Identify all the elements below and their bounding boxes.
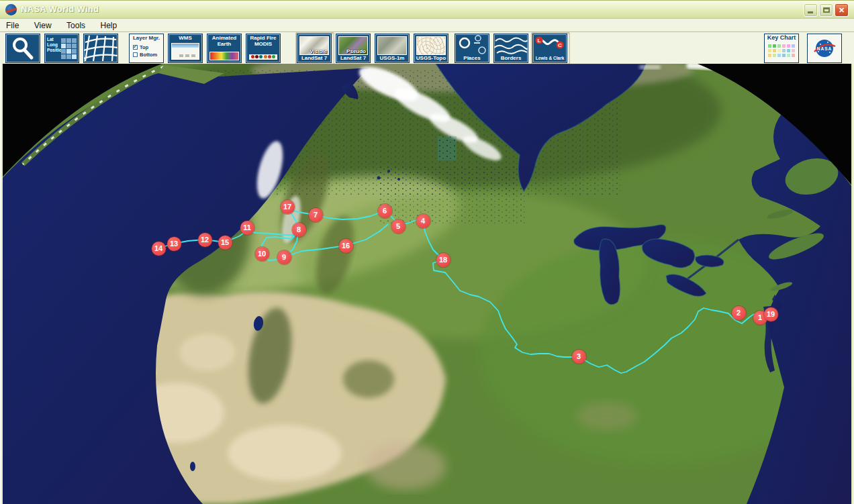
layer-top-label: Top xyxy=(140,44,148,50)
modis-dot-icon xyxy=(251,55,254,58)
trail-marker-15[interactable]: 15 xyxy=(218,236,232,250)
trail-marker-18[interactable]: 18 xyxy=(436,253,450,267)
title-bar[interactable]: NASA World Wind ✕ xyxy=(0,0,854,19)
trail-marker-2[interactable]: 2 xyxy=(732,306,746,320)
visible-landsat7-caption: LandSat 7 xyxy=(297,55,331,62)
trail-marker-17[interactable]: 17 xyxy=(281,200,295,214)
layer-top-checkbox[interactable] xyxy=(133,45,138,50)
lewis-clark-button[interactable]: L C Lewis & Clark xyxy=(532,34,567,63)
trail-marker-10[interactable]: 10 xyxy=(255,247,269,261)
trail-marker-16[interactable]: 16 xyxy=(339,239,353,253)
key-chart-swatch xyxy=(777,54,781,57)
menu-help[interactable]: Help xyxy=(95,19,124,30)
menu-bar: File View Tools Help xyxy=(0,19,854,32)
key-chart-swatch xyxy=(777,49,781,52)
usgs-topo-button[interactable]: USGS-Topo xyxy=(414,34,448,63)
trail-marker-8[interactable]: 8 xyxy=(292,223,306,237)
window-title: NASA World Wind xyxy=(21,4,99,14)
globe-view[interactable]: 12345678910111213141516171819 xyxy=(3,64,851,504)
maximize-icon xyxy=(823,7,830,13)
borders-button[interactable]: Borders xyxy=(493,34,528,63)
graticule-button[interactable] xyxy=(83,34,118,63)
key-chart-swatch xyxy=(777,44,781,48)
pseudo-landsat7-thumbnail-icon: Pseudo xyxy=(338,36,368,55)
animated-earth-icon xyxy=(209,52,239,60)
badge-c: C xyxy=(558,42,562,48)
visible-landsat7-button[interactable]: Visible LandSat 7 xyxy=(297,34,332,63)
key-chart-swatch xyxy=(792,49,795,52)
nasa-button[interactable]: NASA xyxy=(807,34,842,63)
marker-layer: 12345678910111213141516171819 xyxy=(3,64,851,504)
trail-marker-4[interactable]: 4 xyxy=(416,214,430,228)
animated-earth-button[interactable]: Animated Earth xyxy=(207,34,242,63)
key-chart-swatch xyxy=(768,54,771,57)
menu-view[interactable]: View xyxy=(28,19,58,30)
key-chart-swatch xyxy=(768,44,771,48)
trail-marker-12[interactable]: 12 xyxy=(198,233,212,247)
trail-marker-7[interactable]: 7 xyxy=(309,208,323,222)
wms-button[interactable]: WMS xyxy=(168,34,203,63)
position-grid-icon xyxy=(45,34,79,62)
wms-browser-icon xyxy=(171,43,199,60)
key-chart-swatch xyxy=(782,44,786,48)
borders-icon xyxy=(494,34,528,54)
key-chart-icon xyxy=(768,44,795,57)
key-chart-swatch xyxy=(782,49,786,52)
layer-bottom-checkbox[interactable] xyxy=(133,52,138,57)
trail-marker-13[interactable]: 13 xyxy=(167,237,181,251)
key-chart-swatch xyxy=(787,49,790,52)
pseudo-landsat7-caption: LandSat 7 xyxy=(336,55,370,62)
animated-earth-label: Animated Earth xyxy=(207,35,241,47)
key-chart-swatch xyxy=(787,44,790,48)
menu-file[interactable]: File xyxy=(0,19,25,30)
maximize-button[interactable] xyxy=(819,3,833,17)
usgs-topo-caption: USGS-Topo xyxy=(414,55,448,62)
nasa-world-wind-window: { "window": { "title": "NASA World Wind"… xyxy=(0,0,854,504)
trail-marker-14[interactable]: 14 xyxy=(152,242,166,256)
places-icon xyxy=(455,34,489,54)
pseudo-overlay-label: Pseudo xyxy=(346,48,366,54)
close-button[interactable]: ✕ xyxy=(835,3,849,17)
modis-dot-icon xyxy=(268,55,271,58)
pseudo-landsat7-button[interactable]: Pseudo LandSat 7 xyxy=(336,34,371,63)
modis-dot-icon xyxy=(255,55,258,58)
modis-dot-icon xyxy=(259,55,263,58)
trail-marker-9[interactable]: 9 xyxy=(277,250,291,264)
nasa-logo-icon: NASA xyxy=(808,34,841,62)
visible-overlay-label: Visible xyxy=(310,48,327,54)
app-icon xyxy=(5,4,17,15)
wms-label: WMS xyxy=(169,35,202,41)
minimize-button[interactable] xyxy=(804,3,818,17)
borders-caption: Borders xyxy=(494,55,528,62)
lat-long-position-button[interactable]: Lat Long Position xyxy=(44,34,79,63)
trail-marker-19[interactable]: 19 xyxy=(764,307,778,321)
key-chart-swatch xyxy=(773,44,776,48)
trail-marker-5[interactable]: 5 xyxy=(391,219,406,234)
nasa-wordmark: NASA xyxy=(817,46,832,51)
places-button[interactable]: Places xyxy=(455,34,489,63)
key-chart-swatch xyxy=(782,54,786,57)
visible-landsat7-wrap: Visible LandSat 7 xyxy=(295,32,334,64)
modis-dot-icon xyxy=(272,55,275,58)
key-chart-swatch xyxy=(792,54,795,57)
usgs-1m-button[interactable]: USGS-1m xyxy=(375,34,410,63)
key-chart-swatch xyxy=(787,54,790,57)
trail-marker-6[interactable]: 6 xyxy=(378,204,392,218)
lewis-clark-caption: Lewis & Clark xyxy=(533,55,567,62)
usgs-1m-thumbnail-icon xyxy=(377,36,407,55)
layer-bottom-label: Bottom xyxy=(140,52,157,58)
layer-manager-button[interactable]: Layer Mgr. Top Bottom xyxy=(129,34,164,63)
trail-marker-3[interactable]: 3 xyxy=(572,350,586,364)
menu-tools[interactable]: Tools xyxy=(60,19,91,30)
search-icon xyxy=(6,34,40,62)
key-chart-button[interactable]: Key Chart xyxy=(764,34,799,63)
modis-dot-icon xyxy=(264,55,267,58)
key-chart-swatch xyxy=(768,49,771,52)
graticule-grid-icon xyxy=(84,34,117,62)
key-chart-swatch xyxy=(773,49,776,52)
trail-marker-11[interactable]: 11 xyxy=(240,221,254,235)
key-chart-label: Key Chart xyxy=(765,35,798,41)
search-button[interactable] xyxy=(5,34,40,63)
visible-landsat7-thumbnail-icon: Visible xyxy=(299,36,329,55)
rapid-fire-modis-button[interactable]: Rapid Fire MODIS xyxy=(246,34,281,63)
